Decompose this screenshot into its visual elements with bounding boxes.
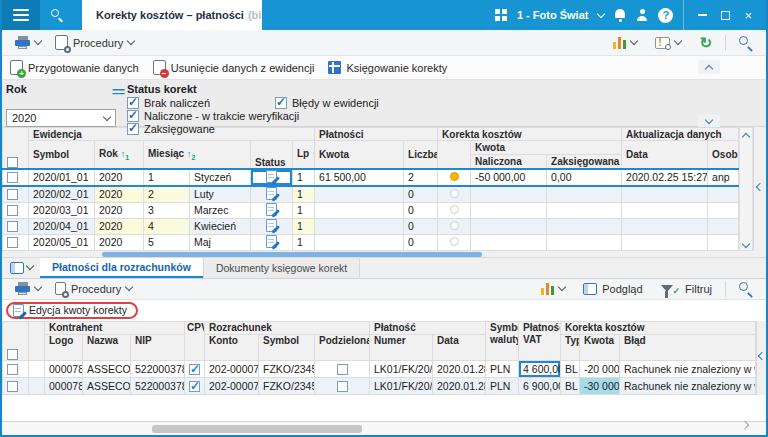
procedury-button[interactable]: Procedury (50, 33, 139, 52)
table-row[interactable]: 000078 ASSECO PC 5220003782 202-000078 F… (3, 377, 756, 394)
close-button[interactable]: × (744, 9, 752, 22)
table-row[interactable]: 2020/05_01 2020 5 Maj 1 0 (3, 234, 739, 250)
user-icon[interactable] (636, 9, 648, 21)
podzielona-checkbox[interactable] (337, 364, 348, 375)
table-row[interactable]: 2020/02_01 2020 2 Luty 1 0 (3, 186, 739, 203)
przygotowanie-danych-button[interactable]: +Przygotowanie danych (10, 60, 139, 75)
help-icon[interactable]: ? (658, 8, 673, 23)
col-konto[interactable]: Konto (205, 334, 259, 360)
edycja-kwoty-korekty-button[interactable]: Edycja kwoty korekty (6, 302, 138, 319)
procedury-button[interactable]: Procedury (50, 280, 137, 297)
minimize-button[interactable] (698, 14, 707, 16)
collapse-filter-button[interactable] (698, 60, 720, 74)
podzielona-checkbox[interactable] (337, 381, 348, 392)
search-edit-button[interactable] (734, 280, 758, 298)
table-row[interactable]: 2020/01_01 2020 1 Styczeń 1 61 500,00 2 … (3, 169, 739, 186)
chart-view-button[interactable] (536, 280, 571, 297)
cpv-cell[interactable] (185, 377, 205, 394)
row-checkbox[interactable] (7, 172, 18, 183)
tab-dokumenty-ksiegowe-korekt[interactable]: Dokumenty księgowe korekt (203, 258, 360, 278)
correction-status-cell[interactable] (438, 234, 471, 250)
col-nazwa[interactable]: Nazwa (83, 334, 131, 360)
row-checkbox[interactable] (7, 221, 18, 232)
ksiegowanie-korekty-button[interactable]: Księgowanie korekty (328, 61, 447, 74)
scroll-down-icon[interactable] (742, 239, 750, 247)
row-checkbox[interactable] (7, 381, 18, 392)
checkbox-bledy[interactable]: Błędy w ewidencji (275, 97, 379, 110)
company-selector[interactable]: 1 - Foto Świat (517, 9, 589, 21)
status-cell[interactable] (251, 169, 293, 186)
row-checkbox[interactable] (7, 364, 18, 375)
col-naliczona[interactable]: Naliczona (471, 155, 547, 169)
menu-button[interactable] (2, 0, 40, 30)
select-all-checkbox[interactable] (7, 349, 18, 360)
col-kwota[interactable]: Kwota (580, 334, 620, 360)
scrollbar-thumb[interactable] (152, 425, 362, 433)
company-chevron-down-icon[interactable] (597, 9, 605, 17)
podzielona-cell[interactable] (315, 377, 370, 394)
select-all-checkbox[interactable] (7, 157, 18, 168)
grid-settings-button[interactable]: ! (650, 35, 686, 51)
panel-splitter-handle[interactable]: == (112, 85, 124, 99)
col-data[interactable]: Data (622, 141, 708, 169)
apps-grid-icon[interactable] (495, 9, 507, 21)
scroll-up-icon[interactable] (742, 133, 750, 141)
row-checkbox[interactable] (7, 205, 18, 216)
checkbox-zaksiegowane[interactable]: Zaksięgowane (127, 123, 299, 135)
col-data[interactable]: Data (433, 334, 486, 360)
main-horizontal-scrollbar[interactable] (2, 251, 766, 258)
rok-select[interactable]: 2020 (6, 109, 116, 127)
col-logo[interactable]: Logo (45, 334, 83, 360)
print-button[interactable] (10, 280, 46, 297)
col-nip[interactable]: NIP (131, 334, 185, 360)
status-cell[interactable] (251, 218, 293, 234)
table-row[interactable]: 000078 ASSECO PC 5220003782 202-000078 F… (3, 360, 756, 377)
side-panel-toggle[interactable] (756, 321, 766, 395)
col-symbol-waluty[interactable]: Symbolwaluty (486, 321, 519, 360)
status-cell[interactable] (251, 186, 293, 203)
cpv-checkbox[interactable] (189, 364, 200, 375)
cpv-cell[interactable] (185, 360, 205, 377)
col-kwota[interactable]: Kwota (315, 141, 404, 169)
expand-filter-button[interactable] (698, 115, 720, 127)
document-tab[interactable]: Korekty kosztów – płatności (biała (82, 0, 262, 30)
maximize-button[interactable] (721, 11, 730, 20)
col-liczba[interactable]: Liczba (404, 141, 438, 169)
status-cell[interactable] (251, 202, 293, 218)
filtruj-button[interactable]: ✓Filtruj (656, 280, 717, 298)
vat-cell[interactable]: 6 900,00 (519, 377, 561, 394)
status-cell[interactable] (251, 234, 293, 250)
row-checkbox[interactable] (7, 237, 18, 248)
col-symbol[interactable]: Symbol (29, 141, 95, 169)
col-lp[interactable]: Lp ↑5 (293, 141, 315, 169)
table-row[interactable]: 2020/04_01 2020 4 Kwiecień 1 0 (3, 218, 739, 234)
col-zaksiegowana[interactable]: Zaksięgowana (547, 155, 622, 169)
scrollbar-thumb[interactable] (102, 252, 482, 257)
correction-status-cell[interactable] (438, 218, 471, 234)
notifications-bell-icon[interactable] (614, 9, 626, 21)
col-rok[interactable]: Rok ↑1 (95, 141, 144, 169)
col-typ[interactable]: Typ (561, 334, 580, 360)
print-button[interactable] (10, 34, 46, 51)
main-vertical-scrollbar[interactable] (739, 127, 753, 251)
scroll-right-icon[interactable] (741, 421, 749, 429)
checkbox-naliczone[interactable]: Naliczone - w trakcie weryfikacji (127, 110, 299, 122)
vat-cell-focused[interactable]: 4 600,00 (519, 360, 561, 377)
detail-horizontal-scrollbar[interactable] (2, 421, 766, 435)
correction-status-cell[interactable] (438, 169, 471, 186)
detail-panel-button[interactable] (2, 258, 40, 278)
cpv-checkbox[interactable] (189, 381, 200, 392)
tab-platnosci-dla-rozrachunkow[interactable]: Płatności dla rozrachunków (40, 258, 203, 278)
col-miesiac[interactable]: Miesiąc ↑2 (144, 141, 251, 169)
usuniecie-danych-button[interactable]: −Usunięcie danych z ewidencji (153, 60, 315, 75)
col-osoba[interactable]: Osoba (708, 141, 739, 169)
col-numer[interactable]: Numer (370, 334, 433, 360)
row-checkbox[interactable] (7, 189, 18, 200)
side-panel-toggle[interactable] (753, 127, 766, 251)
refresh-button[interactable]: ↻ (694, 34, 717, 51)
global-search-button[interactable] (40, 0, 74, 30)
podzielona-cell[interactable] (315, 360, 370, 377)
col-symbol[interactable]: Symbol (259, 334, 315, 360)
search-edit-button[interactable] (734, 34, 758, 52)
correction-status-cell[interactable] (438, 186, 471, 203)
